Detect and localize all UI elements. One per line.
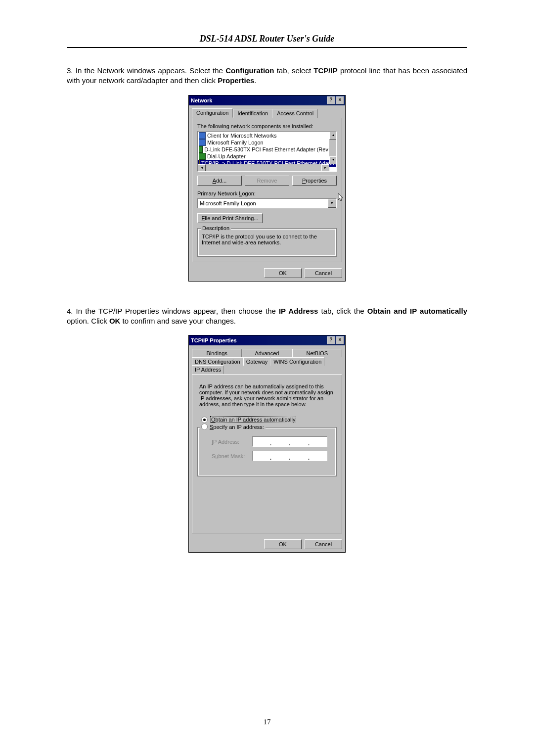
tab-gateway[interactable]: Gateway <box>243 357 270 366</box>
list-item[interactable]: D-Link DFE-530TX PCI Fast Ethernet Adapt… <box>198 146 336 153</box>
radio-dot-icon <box>201 424 208 430</box>
scroll-right-icon[interactable]: ▸ <box>321 164 329 172</box>
list-item[interactable]: Client for Microsoft Networks <box>198 132 336 139</box>
b: OK <box>109 317 121 325</box>
step3-text: 3. In the Network windows appears. Selec… <box>67 66 467 86</box>
file-print-sharing-button[interactable]: File and Print Sharing... <box>197 213 263 223</box>
b: Obtain and IP automatically <box>367 307 467 315</box>
cancel-button[interactable]: Cancel <box>305 539 342 549</box>
add-button[interactable]: Add... <box>197 176 242 186</box>
scrollbar-vertical[interactable]: ▴ ▾ <box>329 132 336 164</box>
specify-ip-radio[interactable] <box>201 424 208 430</box>
t: tab, select <box>274 66 313 75</box>
tab-netbios[interactable]: NetBIOS <box>292 349 342 357</box>
t: In the TCP/IP Properties windows appear,… <box>76 307 279 315</box>
step4-text: 4. In the TCP/IP Properties windows appe… <box>67 306 467 327</box>
tab-identification[interactable]: Identification <box>233 109 272 118</box>
nic-icon <box>199 153 206 160</box>
nic-icon <box>199 146 203 153</box>
properties-button[interactable]: Properties <box>292 176 337 186</box>
scroll-left-icon[interactable]: ◂ <box>198 164 206 172</box>
description-title: Description <box>201 225 231 231</box>
t: . <box>254 76 256 85</box>
tab-configuration[interactable]: Configuration <box>192 108 233 118</box>
subnet-mask-field[interactable]: . . . <box>252 451 327 461</box>
tab-bindings[interactable]: Bindings <box>192 349 242 357</box>
client-icon <box>199 132 206 139</box>
ok-button[interactable]: OK <box>264 268 302 278</box>
network-titlebar[interactable]: Network ? × <box>189 95 345 105</box>
scroll-down-icon[interactable]: ▾ <box>329 156 337 164</box>
help-icon[interactable]: ? <box>327 336 335 344</box>
ip-address-row: IP Address: . . . <box>212 436 332 447</box>
close-icon[interactable]: × <box>336 96 344 104</box>
t: option. Click <box>67 317 109 325</box>
network-dialog: Network ? × Configuration Identification… <box>188 95 346 282</box>
tab-ip-address[interactable]: IP Address <box>192 365 224 374</box>
tab-advanced[interactable]: Advanced <box>242 349 292 357</box>
cancel-button[interactable]: Cancel <box>305 268 342 278</box>
description-text: TCP/IP is the protocol you use to connec… <box>202 234 332 245</box>
tab-access-control[interactable]: Access Control <box>272 109 318 118</box>
remove-button[interactable]: Remove <box>245 176 289 186</box>
components-listbox[interactable]: Client for Microsoft Networks Microsoft … <box>197 131 337 172</box>
radio-dot-icon <box>201 417 208 423</box>
network-panel: The following network components are ins… <box>192 118 342 262</box>
subnet-mask-label: Subnet Mask: <box>212 453 246 459</box>
ok-button[interactable]: OK <box>264 539 302 549</box>
components-label: The following network components are ins… <box>197 123 337 129</box>
b: Properties <box>218 76 254 85</box>
primary-logon-value: Microsoft Family Logon <box>200 200 256 206</box>
tcpip-dialog: TCP/IP Properties ? × Bindings Advanced … <box>188 335 346 553</box>
scrollbar-horizontal[interactable]: ◂ ▸ <box>198 164 329 171</box>
primary-logon-combo[interactable]: Microsoft Family Logon ▾ <box>197 198 337 208</box>
ip-address-field[interactable]: . . . <box>252 436 327 447</box>
page-number: 17 <box>0 718 534 726</box>
chevron-down-icon[interactable]: ▾ <box>328 199 336 208</box>
obtain-auto-radio[interactable]: Obtain an IP address automatically <box>201 416 337 423</box>
primary-logon-label: Primary Network Logon: <box>197 190 337 196</box>
network-title: Network <box>191 97 212 103</box>
b: Configuration <box>225 66 274 75</box>
tcpip-title: TCP/IP Properties <box>191 337 237 343</box>
b: IP Address <box>279 307 318 315</box>
close-icon[interactable]: × <box>336 336 344 344</box>
description-group: Description TCP/IP is the protocol you u… <box>197 228 337 257</box>
specify-ip-label: Specify an IP address: <box>210 424 264 430</box>
tcpip-titlebar[interactable]: TCP/IP Properties ? × <box>189 335 345 345</box>
ip-address-label: IP Address: <box>212 439 246 445</box>
specify-ip-group: Specify an IP address: IP Address: . . .… <box>197 427 337 476</box>
step3-num: 3. <box>67 66 73 75</box>
tcpip-tabs-row1: Bindings Advanced NetBIOS <box>189 345 345 357</box>
tcpip-panel: An IP address can be automatically assig… <box>192 374 342 533</box>
tab-wins-config[interactable]: WINS Configuration <box>270 357 324 366</box>
page-header: DSL-514 ADSL Router User's Guide <box>67 34 467 48</box>
scroll-up-icon[interactable]: ▴ <box>329 132 337 140</box>
client-icon <box>199 139 206 146</box>
help-icon[interactable]: ? <box>327 96 335 104</box>
step4-num: 4. <box>67 307 73 315</box>
t: to confirm and save your changes. <box>120 317 235 325</box>
tab-dns-config[interactable]: DNS Configuration <box>192 357 243 366</box>
b: TCP/IP <box>313 66 337 75</box>
t: tab, click the <box>318 307 367 315</box>
subnet-mask-row: Subnet Mask: . . . <box>212 451 332 461</box>
t: In the Network windows appears. Select t… <box>76 66 225 75</box>
network-tabs: Configuration Identification Access Cont… <box>189 105 345 118</box>
tcpip-tabs-row2: DNS Configuration Gateway WINS Configura… <box>189 357 345 374</box>
list-item[interactable]: Microsoft Family Logon <box>198 139 336 146</box>
list-item[interactable]: Dial-Up Adapter <box>198 153 336 160</box>
ip-info-text: An IP address can be automatically assig… <box>199 383 335 407</box>
